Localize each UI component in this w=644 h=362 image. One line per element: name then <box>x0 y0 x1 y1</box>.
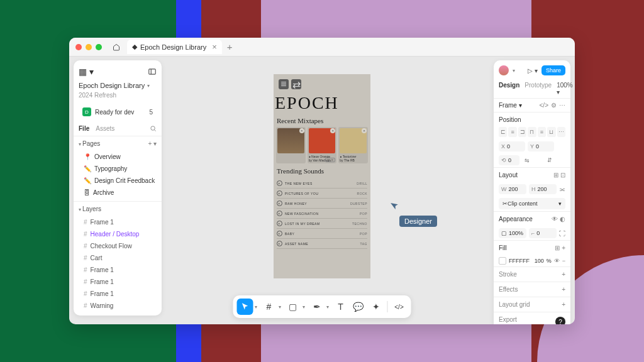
ready-for-dev-row[interactable]: D Ready for dev 5 <box>79 105 157 119</box>
art-filter-icon[interactable]: ⇄ <box>291 79 301 89</box>
mixtape-card[interactable]: × ● Neue Orangeby Van Madison 01:20 <box>308 127 337 163</box>
play-icon[interactable]: ▸ <box>277 231 282 236</box>
share-button[interactable]: Share <box>541 65 565 75</box>
panel-toggle-icon[interactable] <box>148 67 157 76</box>
layer-item-selected[interactable]: #Header / Desktop <box>74 228 162 240</box>
page-item-typography[interactable]: ✏️Typography <box>74 163 162 175</box>
y-input[interactable]: Y0 <box>528 141 554 151</box>
settings-icon[interactable]: ⚙ <box>551 102 557 109</box>
add-fill-icon[interactable]: + <box>562 244 565 251</box>
pen-tool[interactable]: ✒ <box>309 299 325 315</box>
canvas-artboard[interactable]: ≡ ⇄ EPOCH Recent Mixtapes × × ● Neue Ora… <box>274 74 370 278</box>
chevron-down-icon[interactable]: ▾ <box>303 304 305 310</box>
chevron-down-icon[interactable]: ▾ <box>326 304 329 310</box>
frame-tool[interactable]: # <box>261 299 277 315</box>
page-item-design-crit[interactable]: ✏️Design Crit Feedback <box>74 175 162 187</box>
rotation-input[interactable]: ⟲0 <box>499 155 519 165</box>
move-tool[interactable] <box>237 299 253 315</box>
chevron-down-icon[interactable]: ▾ <box>255 304 257 310</box>
clip-content-dropdown[interactable]: ✂ Clip content▾ <box>499 198 565 209</box>
play-icon[interactable]: ▸ <box>277 221 282 226</box>
link-icon[interactable]: ⫘ <box>559 186 565 193</box>
comment-tool[interactable]: 💬 <box>350 299 367 315</box>
help-button[interactable]: ? <box>555 317 565 324</box>
flip-h-icon[interactable]: ⇋ <box>522 155 543 165</box>
actions-tool[interactable]: ✦ <box>368 299 384 315</box>
assets-tab[interactable]: Assets <box>96 125 114 132</box>
play-icon[interactable]: ▸ <box>277 241 282 246</box>
radius-input[interactable]: ⌐0 <box>529 228 557 238</box>
chevron-icon[interactable]: ▾ <box>79 207 81 212</box>
opacity-input[interactable]: ▢ 100% <box>499 228 526 238</box>
track-row[interactable]: ▸LOST IN MY DREAMTECHNO <box>277 219 367 229</box>
close-icon[interactable]: × <box>299 128 304 133</box>
chevron-down-icon[interactable]: ▾ <box>513 68 515 74</box>
art-list-view-icon[interactable]: ≡ <box>279 79 289 89</box>
home-button[interactable] <box>109 40 123 54</box>
figma-menu-icon[interactable]: ▦ ▾ <box>79 67 94 77</box>
align-hcenter-icon[interactable]: ≡ <box>508 127 516 137</box>
track-row[interactable]: ▸PICTURES OF YOUROCK <box>277 189 367 199</box>
play-icon[interactable]: ▸ <box>277 211 282 216</box>
fill-hex[interactable]: FFFFFF <box>509 258 530 264</box>
prototype-tab[interactable]: Prototype <box>525 82 552 96</box>
align-left-icon[interactable]: ⊏ <box>499 127 507 137</box>
layer-item[interactable]: #Frame 1 <box>74 288 162 300</box>
add-stroke-icon[interactable]: + <box>562 271 565 278</box>
file-tab[interactable]: File <box>79 125 89 132</box>
track-row[interactable]: ▸ASSET NAMETAG <box>277 239 367 249</box>
zoom-level[interactable]: 100% ▾ <box>557 82 573 96</box>
height-input[interactable]: H200 <box>529 184 557 194</box>
track-row[interactable]: ▸THE NEW EYESDRILL <box>277 178 367 189</box>
close-dot[interactable] <box>75 44 82 50</box>
play-icon[interactable]: ▸ <box>277 200 282 206</box>
new-tab-button[interactable]: + <box>227 41 233 52</box>
add-page-icon[interactable]: + ▾ <box>148 140 157 147</box>
page-item-archive[interactable]: 🗄Archive <box>74 187 162 199</box>
layer-item[interactable]: #Frame 1 <box>74 276 162 288</box>
fill-swatch[interactable] <box>499 257 506 265</box>
page-item-overview[interactable]: 📍Overview <box>74 151 162 163</box>
play-icon[interactable]: ▸ <box>277 190 282 196</box>
play-icon[interactable]: ▸ <box>277 180 282 186</box>
play-icon[interactable]: ▷ ▾ <box>528 67 538 74</box>
close-icon[interactable]: × <box>362 128 367 133</box>
chevron-icon[interactable]: ▾ <box>79 141 81 147</box>
width-input[interactable]: W200 <box>499 184 526 194</box>
align-bottom-icon[interactable]: ⊔ <box>547 127 555 137</box>
align-right-icon[interactable]: ⊐ <box>518 127 526 137</box>
chevron-down-icon[interactable]: ▾ <box>147 83 150 89</box>
layer-item[interactable]: #Frame 1 <box>74 264 162 276</box>
corner-icon[interactable]: ⛶ <box>559 230 565 237</box>
project-title[interactable]: Epoch Design Library <box>79 82 145 89</box>
blend-icon[interactable]: ◐ <box>560 216 565 222</box>
mixtape-card[interactable]: × ● Texturizerby The RB <box>338 127 368 163</box>
track-row[interactable]: ▸BABYPOP <box>277 229 367 239</box>
document-tab[interactable]: ◆ Epoch Design Library × <box>127 40 222 54</box>
remove-fill-icon[interactable]: − <box>562 258 565 264</box>
layer-item[interactable]: #Cart <box>74 252 162 264</box>
x-input[interactable]: X0 <box>499 141 525 151</box>
mixtape-card[interactable]: × <box>276 127 306 163</box>
search-icon[interactable] <box>150 125 157 132</box>
align-vcenter-icon[interactable]: ≡ <box>538 127 546 137</box>
tab-close-icon[interactable]: × <box>212 42 217 52</box>
align-top-icon[interactable]: ⊓ <box>528 127 536 137</box>
design-tab[interactable]: Design <box>499 82 519 96</box>
minimize-dot[interactable] <box>86 44 92 50</box>
layer-item[interactable]: #Checkout Flow <box>74 240 162 252</box>
styles-icon[interactable]: ⊞ <box>555 244 560 251</box>
fill-opacity[interactable]: 100 <box>535 258 544 264</box>
code-icon[interactable]: </> <box>540 102 548 109</box>
visibility-icon[interactable]: 👁 <box>554 258 560 264</box>
track-row[interactable]: ▸RAW HONEYDUBSTEP <box>277 199 367 209</box>
add-effect-icon[interactable]: + <box>562 286 565 293</box>
user-avatar[interactable] <box>499 65 509 75</box>
layer-item[interactable]: #Warning <box>74 300 162 312</box>
chevron-down-icon[interactable]: ▾ <box>279 304 281 310</box>
layer-item[interactable]: #Frame 1 <box>74 216 162 228</box>
add-grid-icon[interactable]: + <box>562 301 565 308</box>
flip-v-icon[interactable]: ⇵ <box>545 155 565 165</box>
track-row[interactable]: ▸NEW FASCINATIONPOP <box>277 209 367 219</box>
shape-tool[interactable]: ▢ <box>285 299 301 315</box>
